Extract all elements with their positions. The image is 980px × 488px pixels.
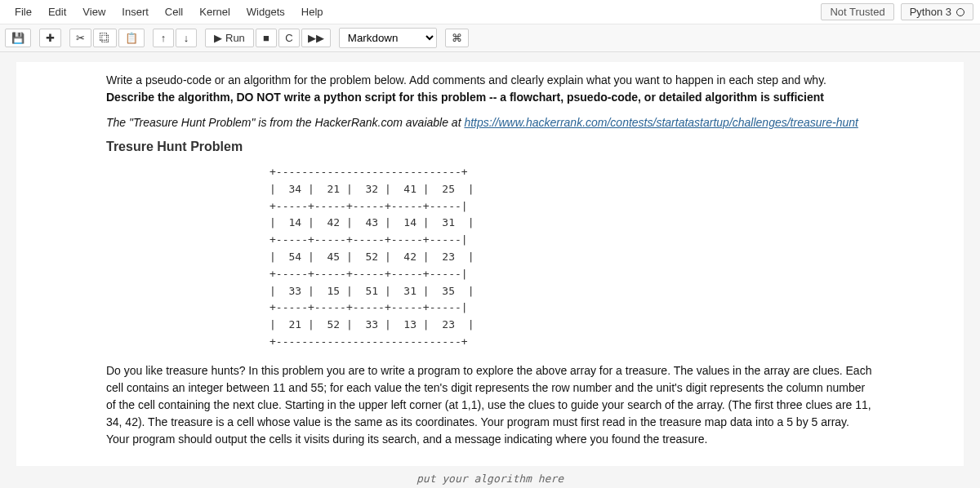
not-trusted-button[interactable]: Not Trusted [821, 3, 893, 20]
restart-run-all-button[interactable]: ▶▶ [301, 29, 331, 47]
instruction-bold: Describe the algorithm, DO NOT write a p… [106, 91, 824, 104]
paste-icon: 📋 [125, 32, 138, 44]
notebook-content: Write a pseudo-code or an algorithm for … [0, 52, 980, 488]
source-text: The "Treasure Hunt Problem" is from the … [106, 116, 464, 129]
kernel-name: Python 3 [910, 6, 951, 18]
cell-type-select[interactable]: Markdown [339, 28, 437, 48]
play-icon: ▶ [214, 32, 222, 44]
menu-kernel[interactable]: Kernel [191, 2, 238, 21]
run-label: Run [225, 32, 245, 44]
stop-icon: ■ [263, 32, 270, 44]
restart-button[interactable]: C [278, 29, 300, 47]
problem-title: Tresure Hunt Problem [106, 140, 874, 154]
toolbar: 💾 ✚ ✂ ⿻ 📋 ↑ ↓ ▶ Run ■ C ▶▶ Markdown ⌘ [0, 24, 980, 52]
menu-widgets[interactable]: Widgets [238, 2, 293, 21]
copy-button[interactable]: ⿻ [93, 29, 117, 47]
source-paragraph: The "Treasure Hunt Problem" is from the … [106, 114, 874, 131]
save-icon: 💾 [11, 32, 24, 44]
menu-help[interactable]: Help [293, 2, 332, 21]
keyboard-icon: ⌘ [452, 32, 462, 44]
move-up-button[interactable]: ↑ [153, 29, 174, 47]
save-button[interactable]: 💾 [5, 29, 31, 47]
scissors-icon: ✂ [76, 32, 85, 44]
interrupt-button[interactable]: ■ [256, 29, 277, 47]
menu-file[interactable]: File [7, 2, 40, 21]
menubar: File Edit View Insert Cell Kernel Widget… [0, 0, 980, 24]
code-cell-placeholder[interactable]: put your algorithm here [16, 472, 964, 485]
kernel-idle-icon [956, 8, 964, 16]
grid-diagram: +-----------------------------+ | 34 | 2… [270, 164, 874, 351]
arrow-up-icon: ↑ [161, 32, 167, 44]
insert-cell-button[interactable]: ✚ [39, 29, 61, 47]
problem-description: Do you like treasure hunts? In this prob… [106, 362, 874, 448]
command-palette-button[interactable]: ⌘ [445, 29, 469, 47]
run-button[interactable]: ▶ Run [205, 29, 254, 47]
menu-cell[interactable]: Cell [157, 2, 191, 21]
markdown-cell[interactable]: Write a pseudo-code or an algorithm for … [16, 62, 964, 466]
instruction-text: Write a pseudo-code or an algorithm for … [106, 73, 826, 87]
menu-insert[interactable]: Insert [114, 2, 157, 21]
move-down-button[interactable]: ↓ [176, 29, 197, 47]
arrow-down-icon: ↓ [184, 32, 189, 44]
menu-view[interactable]: View [74, 2, 114, 21]
copy-icon: ⿻ [100, 32, 110, 44]
restart-icon: C [285, 32, 292, 44]
hackerrank-link[interactable]: https://www.hackerrank.com/contests/star… [464, 116, 858, 129]
instruction-paragraph: Write a pseudo-code or an algorithm for … [106, 72, 874, 106]
menu-edit[interactable]: Edit [40, 2, 74, 21]
kernel-indicator[interactable]: Python 3 [901, 3, 973, 20]
fast-forward-icon: ▶▶ [308, 32, 324, 44]
paste-button[interactable]: 📋 [118, 29, 145, 47]
cut-button[interactable]: ✂ [69, 29, 91, 47]
plus-icon: ✚ [46, 32, 55, 44]
